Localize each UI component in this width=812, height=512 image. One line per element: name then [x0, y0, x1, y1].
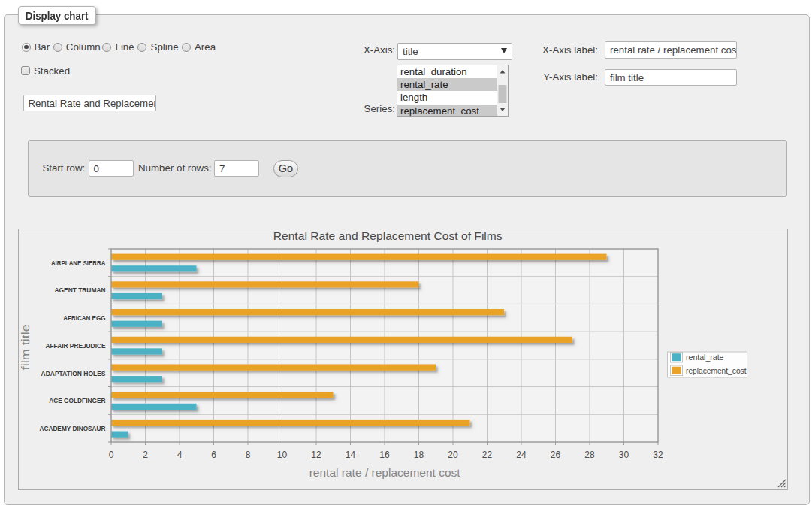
svg-text:Rental Rate and Replacement Co: Rental Rate and Replacement Cost of Film…: [273, 230, 503, 242]
svg-text:16: 16: [379, 450, 390, 460]
svg-text:26: 26: [551, 450, 561, 460]
svg-text:8: 8: [246, 450, 251, 460]
svg-text:32: 32: [653, 450, 663, 460]
svg-text:18: 18: [414, 450, 424, 460]
svg-text:4: 4: [177, 450, 183, 460]
svg-text:AGENT TRUMAN: AGENT TRUMAN: [55, 286, 106, 294]
svg-text:12: 12: [311, 450, 321, 460]
svg-text:replacement_cost: replacement_cost: [686, 366, 747, 375]
svg-text:ADAPTATION HOLES: ADAPTATION HOLES: [41, 370, 106, 377]
svg-text:AFRICAN EGG: AFRICAN EGG: [63, 314, 105, 322]
svg-text:22: 22: [482, 450, 493, 460]
svg-text:6: 6: [211, 450, 216, 460]
svg-text:AIRPLANE SIERRA: AIRPLANE SIERRA: [51, 259, 106, 267]
svg-text:14: 14: [346, 450, 356, 460]
svg-text:rental rate / replacement cost: rental rate / replacement cost: [309, 467, 460, 479]
svg-text:2: 2: [143, 450, 148, 460]
svg-text:28: 28: [584, 450, 595, 460]
svg-text:film title: film title: [20, 324, 32, 370]
svg-text:0: 0: [109, 450, 114, 460]
svg-text:ACE GOLDFINGER: ACE GOLDFINGER: [49, 397, 106, 404]
svg-text:20: 20: [448, 450, 458, 460]
svg-text:30: 30: [619, 450, 629, 460]
svg-text:10: 10: [277, 450, 288, 460]
svg-text:AFFAIR PREJUDICE: AFFAIR PREJUDICE: [46, 342, 106, 350]
svg-text:24: 24: [516, 450, 527, 460]
svg-text:ACADEMY DINOSAUR: ACADEMY DINOSAUR: [40, 425, 106, 432]
svg-text:rental_rate: rental_rate: [686, 353, 724, 362]
